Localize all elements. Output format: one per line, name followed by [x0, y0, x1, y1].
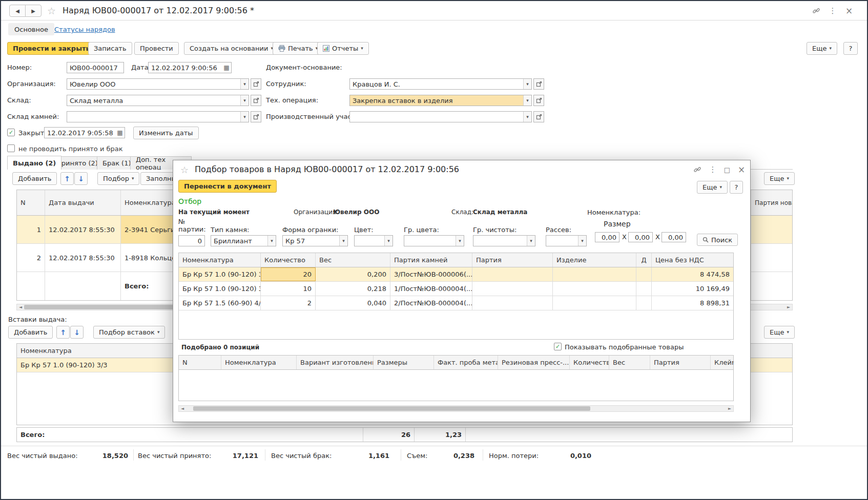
column-header[interactable]: N: [17, 190, 45, 215]
column-header[interactable]: Номенклатура: [179, 253, 261, 267]
employee-open-button[interactable]: [533, 78, 544, 90]
move-down-button[interactable]: ↓: [74, 172, 88, 185]
dropdown-icon[interactable]: ▾: [267, 236, 276, 246]
tech-operation-open-button[interactable]: [533, 95, 544, 106]
column-header[interactable]: Клеймо: [711, 356, 733, 369]
help-button[interactable]: ?: [843, 42, 858, 55]
transfer-to-document-button[interactable]: Перенести в документ: [178, 180, 277, 193]
reports-button[interactable]: Отчеты▾: [317, 42, 369, 55]
employee-combo[interactable]: Кравцов И. С. ▾: [349, 78, 532, 90]
column-header[interactable]: Партия: [650, 356, 711, 369]
column-header[interactable]: N: [179, 356, 221, 369]
back-button[interactable]: ◀: [9, 5, 26, 17]
number-field[interactable]: ЮВ00-000017: [67, 62, 124, 73]
column-header[interactable]: Вариант изготовления: [297, 356, 374, 369]
column-header[interactable]: Д: [636, 253, 652, 267]
modal-hscrollbar[interactable]: ◄ ►: [178, 405, 734, 412]
dropdown-icon[interactable]: ▾: [523, 95, 531, 106]
date-field[interactable]: 12.02.2017 9:00:56 ▦: [148, 62, 232, 73]
filter-link[interactable]: Отбор: [178, 197, 201, 205]
issued-pick-button[interactable]: Подбор▾: [97, 172, 139, 185]
dropdown-icon[interactable]: ▾: [384, 236, 392, 246]
size2-field[interactable]: 0,00: [628, 232, 653, 242]
tab-issued[interactable]: Выдано (2): [7, 156, 61, 170]
inserts-add-button[interactable]: Добавить: [8, 326, 53, 339]
change-dates-button[interactable]: Изменить даты: [133, 127, 199, 139]
dropdown-icon[interactable]: ▾: [240, 95, 249, 106]
window-menu-icon[interactable]: ⋮: [827, 5, 838, 16]
column-header[interactable]: Партия новая: [751, 190, 792, 215]
dropdown-icon[interactable]: ▾: [456, 236, 464, 246]
dropdown-icon[interactable]: ▾: [339, 236, 347, 246]
closed-checkbox[interactable]: ✓: [7, 129, 15, 136]
search-button[interactable]: Поиск: [697, 234, 738, 246]
tab-main[interactable]: Основное: [8, 23, 54, 35]
link-icon[interactable]: [692, 164, 703, 175]
inserts-more-button[interactable]: Еще▾: [764, 326, 795, 339]
tech-operation-combo[interactable]: Закрепка вставок в изделия ▾: [349, 95, 532, 106]
dropdown-icon[interactable]: ▾: [240, 79, 249, 89]
column-header[interactable]: Факт. проба металла: [434, 356, 498, 369]
no-post-checkbox[interactable]: [7, 144, 15, 152]
maximize-icon[interactable]: □: [721, 164, 733, 175]
color-combo[interactable]: ▾: [354, 235, 393, 246]
warehouse-open-button[interactable]: [251, 95, 261, 106]
column-header[interactable]: Вес: [316, 253, 390, 267]
table-row[interactable]: Бр Кр 57 1.5 (60-90) 4/5 2 0,040 2/Пост№…: [179, 296, 733, 310]
inserts-move-up-button[interactable]: ↑: [56, 326, 70, 339]
table-row[interactable]: Бр Кр 57 1.0 (90-120) 3/2 20 0,200 3/Пос…: [179, 267, 733, 282]
dropdown-icon[interactable]: ▾: [527, 236, 535, 246]
column-header[interactable]: Количество: [570, 356, 609, 369]
inserts-pick-button[interactable]: Подбор вставок▾: [93, 326, 165, 339]
column-header[interactable]: Цена без НДС: [652, 253, 733, 267]
modal-more-button[interactable]: Еще▾: [697, 181, 728, 194]
organization-combo[interactable]: Ювелир ООО ▾: [67, 78, 249, 90]
show-picked-checkbox[interactable]: ✓: [554, 343, 562, 350]
column-header[interactable]: Изделие: [553, 253, 636, 267]
stones-warehouse-open-button[interactable]: [251, 111, 261, 122]
column-header[interactable]: Количество: [261, 253, 316, 267]
calendar-icon[interactable]: ▦: [222, 62, 231, 73]
purity-group-combo[interactable]: ▾: [473, 235, 535, 246]
toolbar-more-button[interactable]: Еще▾: [807, 42, 837, 55]
dropdown-icon[interactable]: ▾: [523, 79, 531, 89]
dropdown-icon[interactable]: ▾: [578, 236, 586, 246]
table-row[interactable]: Бр Кр 57 1.0 (90-120) 3/3 10 0,218 1/Пос…: [179, 282, 733, 296]
scroll-right-icon[interactable]: ►: [726, 406, 733, 411]
statuses-link[interactable]: Статусы нарядов: [54, 26, 115, 33]
move-up-button[interactable]: ↑: [60, 172, 74, 185]
column-header[interactable]: Резиновая пресс-...: [498, 356, 570, 369]
scroll-left-icon[interactable]: ◄: [179, 406, 186, 411]
post-and-close-button[interactable]: Провести и закрыть: [7, 42, 96, 55]
color-group-combo[interactable]: ▾: [404, 235, 464, 246]
modal-help-button[interactable]: ?: [730, 181, 743, 194]
issued-add-button[interactable]: Добавить: [12, 172, 57, 185]
calendar-icon[interactable]: ▦: [115, 128, 125, 138]
sieve-combo[interactable]: ▾: [546, 235, 587, 246]
dropdown-icon[interactable]: ▾: [523, 112, 531, 122]
organization-open-button[interactable]: [251, 78, 261, 90]
print-button[interactable]: Печать▾: [273, 42, 323, 55]
favorite-star-icon[interactable]: ☆: [47, 5, 56, 16]
issued-more-button[interactable]: Еще▾: [764, 172, 795, 185]
column-header[interactable]: Партия камней: [390, 253, 472, 267]
favorite-star-icon[interactable]: ☆: [180, 164, 189, 175]
close-dialog-icon[interactable]: ×: [736, 164, 747, 175]
production-area-combo[interactable]: ▾: [349, 111, 532, 122]
inserts-move-down-button[interactable]: ↓: [70, 326, 84, 339]
link-icon[interactable]: [811, 5, 822, 16]
column-header[interactable]: Партия: [472, 253, 553, 267]
post-button[interactable]: Провести: [134, 42, 179, 55]
stones-warehouse-combo[interactable]: ▾: [67, 111, 249, 122]
column-header[interactable]: Вес: [609, 356, 650, 369]
forward-button[interactable]: ▶: [25, 5, 42, 17]
window-menu-icon[interactable]: ⋮: [707, 164, 718, 175]
scrollbar-thumb[interactable]: [193, 406, 590, 411]
scroll-left-icon[interactable]: ◄: [17, 304, 24, 310]
stone-type-combo[interactable]: Бриллиант ▾: [211, 235, 276, 246]
warehouse-combo[interactable]: Склад металла ▾: [67, 95, 249, 106]
batch-no-field[interactable]: 0: [178, 235, 205, 246]
scroll-right-icon[interactable]: ►: [785, 304, 792, 310]
column-header[interactable]: Номенклатура: [221, 356, 297, 369]
write-button[interactable]: Записать: [88, 42, 132, 55]
